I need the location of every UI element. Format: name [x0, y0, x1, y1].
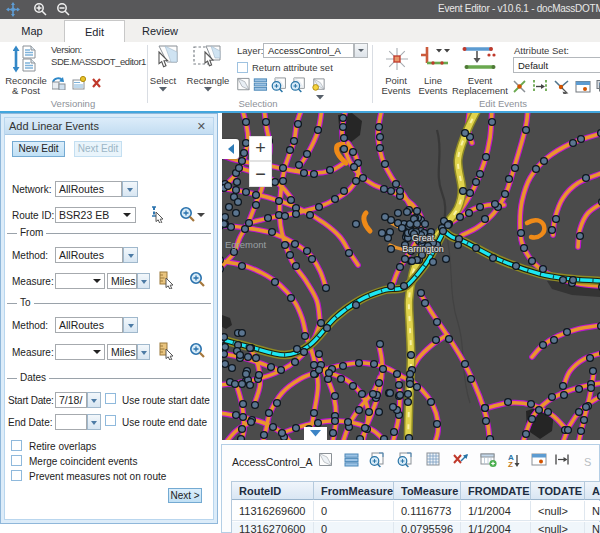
svg-text:Z: Z	[508, 460, 513, 469]
svg-text:Great: Great	[412, 233, 435, 243]
svg-text:Egremont: Egremont	[225, 239, 267, 250]
svg-text:Barrington: Barrington	[402, 244, 444, 254]
